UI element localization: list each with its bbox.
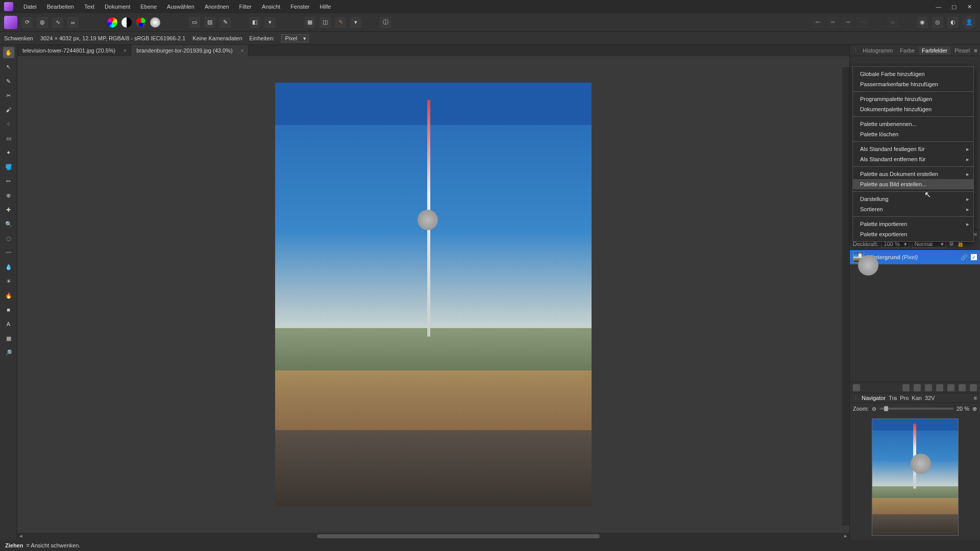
zoom-tool[interactable]: 🔍: [3, 218, 14, 230]
quickmask-icon[interactable]: ✎: [219, 17, 231, 28]
zoom-slider[interactable]: [879, 408, 953, 410]
context-menu-item[interactable]: Passermarkenfarbe hinzufügen: [853, 79, 973, 89]
panel-menu-icon[interactable]: ≡: [974, 395, 977, 401]
spray-tool[interactable]: ⁘: [3, 118, 14, 130]
share-icon[interactable]: ∞: [67, 17, 79, 28]
move-tool[interactable]: ↖: [3, 61, 14, 72]
mask-icon[interactable]: [902, 384, 910, 391]
panel-tab[interactable]: Tra: [889, 395, 897, 401]
context-menu-item[interactable]: Dokumentpalette hinzufügen: [853, 104, 973, 114]
panel-tab[interactable]: 32V: [925, 395, 935, 401]
crop-tool-icon[interactable]: ◧: [249, 17, 260, 28]
panel-tab[interactable]: Kan: [912, 395, 922, 401]
circle3-icon[interactable]: ◐: [947, 17, 959, 28]
menu-filter[interactable]: Filter: [234, 2, 257, 12]
dropdown-icon[interactable]: ▾: [264, 17, 276, 28]
color-wheel-icon[interactable]: [107, 17, 117, 28]
info-icon[interactable]: ⓘ: [380, 17, 391, 28]
context-menu-item[interactable]: Palette exportieren: [853, 229, 973, 239]
marquee-icon[interactable]: ▭: [189, 17, 200, 28]
align-more-icon[interactable]: ⋯: [857, 17, 869, 28]
marquee-off-icon[interactable]: ▨: [204, 17, 215, 28]
heal-tool[interactable]: ✚: [3, 204, 14, 215]
context-menu-item[interactable]: Als Standard entfernen für: [853, 154, 973, 164]
adjust-icon[interactable]: [914, 384, 921, 391]
crop-tool[interactable]: ✂: [3, 90, 14, 101]
wand-tool[interactable]: ✦: [3, 147, 14, 158]
rgb-icon[interactable]: [136, 17, 146, 28]
align-left-icon[interactable]: ⬅: [812, 17, 823, 28]
close-button[interactable]: ✕: [963, 2, 976, 11]
fx-icon[interactable]: [925, 384, 932, 391]
document-tab[interactable]: brandenburger-tor-201939.jpg (43.0%) ×: [131, 45, 248, 56]
mesh-tool[interactable]: ▦: [3, 333, 14, 344]
grid-icon[interactable]: ▦: [304, 17, 315, 28]
align-right-icon[interactable]: ➡: [842, 17, 853, 28]
dodge-tool[interactable]: ☀: [3, 276, 14, 287]
context-menu-item[interactable]: Palette aus Bild erstellen...: [853, 179, 973, 189]
menu-text[interactable]: Text: [79, 2, 100, 12]
magnify-tool[interactable]: 🔎: [3, 347, 14, 358]
clone-tool[interactable]: ⊕: [3, 190, 14, 201]
panel-tab[interactable]: Pro: [900, 395, 909, 401]
context-menu-item[interactable]: Palette löschen: [853, 129, 973, 139]
menu-dokument[interactable]: Dokument: [100, 2, 135, 12]
blur-tool[interactable]: ◌: [3, 233, 14, 244]
account-button[interactable]: 👤: [963, 16, 976, 29]
close-tab-icon[interactable]: ×: [124, 47, 127, 54]
burn-tool[interactable]: 🔥: [3, 290, 14, 301]
softproof-icon[interactable]: [150, 17, 160, 28]
marquee-tool[interactable]: ▭: [3, 133, 14, 144]
text-tool[interactable]: A: [3, 318, 14, 330]
context-menu-item[interactable]: Palette aus Dokument erstellen: [853, 169, 973, 179]
brush-tool[interactable]: 🖌: [3, 104, 14, 115]
split-icon[interactable]: ◫: [320, 17, 331, 28]
menu-ansicht[interactable]: Ansicht: [257, 2, 285, 12]
link-icon[interactable]: 🔗: [961, 254, 968, 261]
minimize-button[interactable]: —: [932, 2, 945, 11]
context-menu-item[interactable]: Darstellung: [853, 194, 973, 204]
flood-tool[interactable]: 🪣: [3, 161, 14, 172]
delete-layer-icon[interactable]: [970, 384, 977, 391]
document-tab[interactable]: television-tower-7244801.jpg (20.5%) ×: [17, 45, 131, 56]
horizontal-scrollbar[interactable]: [17, 533, 849, 540]
crop-icon[interactable]: [936, 384, 943, 391]
layer-row[interactable]: Hintergrund (Pixel) 🔗 ✓: [850, 250, 980, 264]
pencil-tool[interactable]: ✏: [3, 176, 14, 187]
menu-ebene[interactable]: Ebene: [135, 2, 162, 12]
color-picker-tool[interactable]: ✎: [3, 76, 14, 87]
persona-icon[interactable]: [4, 16, 17, 29]
close-tab-icon[interactable]: ×: [240, 47, 243, 54]
drop-tool[interactable]: 💧: [3, 261, 14, 272]
pen-icon[interactable]: ✎: [335, 17, 346, 28]
panel-menu-icon[interactable]: ≡: [974, 47, 977, 54]
vertical-scrollbar[interactable]: [842, 67, 849, 525]
menu-anordnen[interactable]: Anordnen: [200, 2, 234, 12]
group-icon[interactable]: [947, 384, 954, 391]
arrange-icon[interactable]: ≡: [887, 17, 898, 28]
visibility-checkbox[interactable]: ✓: [971, 254, 977, 260]
menu-datei[interactable]: Datei: [18, 2, 42, 12]
panel-tab[interactable]: Farbfelder: [919, 46, 950, 55]
align-center-icon[interactable]: ⬌: [827, 17, 838, 28]
grayscale-icon[interactable]: [121, 17, 132, 28]
layer-menu-icon[interactable]: [853, 384, 860, 391]
add-layer-icon[interactable]: [959, 384, 966, 391]
smudge-tool[interactable]: 〰: [3, 247, 14, 258]
panel-tab[interactable]: Farbe: [897, 46, 918, 55]
circle1-icon[interactable]: ◉: [917, 17, 928, 28]
dropdown2-icon[interactable]: ▾: [350, 17, 361, 28]
menu-hilfe[interactable]: Hilfe: [314, 2, 336, 12]
hand-tool[interactable]: ✋: [3, 47, 14, 58]
context-menu-item[interactable]: Globale Farbe hinzufügen: [853, 69, 973, 79]
sync-icon[interactable]: ⟳: [21, 17, 33, 28]
scrollbar-thumb[interactable]: [317, 534, 600, 538]
cube-icon[interactable]: ◍: [37, 17, 48, 28]
context-menu-item[interactable]: Palette umbenennen...: [853, 119, 973, 129]
navigator-preview[interactable]: [850, 414, 980, 540]
context-menu-item[interactable]: Als Standard festlegen für: [853, 144, 973, 154]
context-menu-item[interactable]: Programmpalette hinzufügen: [853, 94, 973, 104]
maximize-button[interactable]: ▢: [947, 2, 961, 11]
menu-fenster[interactable]: Fenster: [285, 2, 314, 12]
canvas[interactable]: [17, 56, 849, 533]
